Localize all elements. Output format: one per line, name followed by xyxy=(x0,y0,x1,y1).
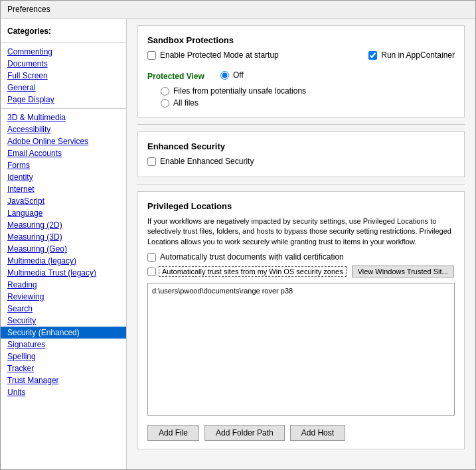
enhanced-section: Enhanced Security Enable Enhanced Securi… xyxy=(137,131,465,177)
window-title: Preferences xyxy=(7,5,50,14)
protected-view-off-label: Off xyxy=(233,70,244,80)
sidebar-item-trust-manager[interactable]: Trust Manager xyxy=(1,374,126,386)
sidebar-item-forms[interactable]: Forms xyxy=(1,159,126,171)
sidebar-item-commenting[interactable]: Commenting xyxy=(1,46,126,58)
add-host-button[interactable]: Add Host xyxy=(290,425,345,441)
sidebar-item-3d-multimedia[interactable]: 3D & Multimedia xyxy=(1,112,126,123)
protected-view-off-radio[interactable] xyxy=(220,71,229,80)
sidebar-item-email-accounts[interactable]: Email Accounts xyxy=(1,147,126,159)
enable-enhanced-label: Enable Enhanced Security xyxy=(160,157,254,166)
protected-view-unsafe-radio[interactable] xyxy=(161,87,169,96)
protected-view-off-row: Off xyxy=(220,70,244,80)
sandbox-section: Sandbox Protections Enable Protected Mod… xyxy=(137,25,465,118)
sidebar-divider-top xyxy=(1,42,126,43)
enable-protected-mode-label: Enable Protected Mode at startup xyxy=(160,50,279,60)
enable-protected-mode-checkbox[interactable] xyxy=(147,51,156,60)
enable-enhanced-checkbox[interactable] xyxy=(147,157,156,166)
sidebar-item-signatures[interactable]: Signatures xyxy=(1,339,126,351)
sidebar-item-security-enhanced[interactable]: Security (Enhanced) xyxy=(1,327,126,339)
main-panel: Sandbox Protections Enable Protected Mod… xyxy=(127,19,475,469)
run-in-appcontainer-checkbox[interactable] xyxy=(368,51,377,60)
enable-protected-mode-row: Enable Protected Mode at startup xyxy=(147,50,279,60)
sidebar-item-general[interactable]: General xyxy=(1,82,126,94)
sidebar-item-language[interactable]: Language xyxy=(1,207,126,219)
protected-view-all-label: All files xyxy=(173,98,198,108)
sidebar: Categories: Commenting Documents Full Sc… xyxy=(1,19,127,469)
enhanced-header: Enhanced Security xyxy=(147,141,455,151)
protected-view-unsafe-label: Files from potentially unsafe locations xyxy=(173,86,306,96)
sidebar-item-page-display[interactable]: Page Display xyxy=(1,94,126,106)
auto-trust-certs-label: Automatically trust documents with valid… xyxy=(160,252,344,262)
run-in-appcontainer-label: Run in AppContainer xyxy=(381,50,455,60)
auto-trust-sites-label: Automatically trust sites from my Win OS… xyxy=(159,266,347,277)
content-area: Categories: Commenting Documents Full Sc… xyxy=(1,19,475,469)
auto-trust-sites-checkbox[interactable] xyxy=(147,268,156,276)
protected-view-label: Protected View xyxy=(147,72,214,81)
auto-trust-certs-row: Automatically trust documents with valid… xyxy=(147,252,455,262)
title-bar: Preferences xyxy=(1,1,475,19)
sidebar-item-reading[interactable]: Reading xyxy=(1,279,126,291)
sidebar-item-measuring-geo[interactable]: Measuring (Geo) xyxy=(1,243,126,255)
protected-view-row: Protected View Off xyxy=(147,70,455,82)
sidebar-item-measuring-2d[interactable]: Measuring (2D) xyxy=(1,219,126,231)
list-item: d:\users\pwood\documents\range rover p38 xyxy=(151,286,451,295)
sidebar-item-documents[interactable]: Documents xyxy=(1,58,126,70)
privileged-header: Privileged Locations xyxy=(147,201,455,211)
sidebar-item-tracker[interactable]: Tracker xyxy=(1,362,126,374)
sidebar-item-reviewing[interactable]: Reviewing xyxy=(1,291,126,303)
sidebar-item-multimedia-legacy[interactable]: Multimedia (legacy) xyxy=(1,255,126,267)
sandbox-top-row: Enable Protected Mode at startup Run in … xyxy=(147,50,455,64)
sidebar-item-multimedia-trust-legacy[interactable]: Multimedia Trust (legacy) xyxy=(1,267,126,279)
sidebar-item-spelling[interactable]: Spelling xyxy=(1,351,126,362)
bottom-buttons: Add File Add Folder Path Add Host xyxy=(147,421,455,442)
view-trusted-sites-button[interactable]: View Windows Trusted Sit... xyxy=(352,266,454,277)
sidebar-item-security[interactable]: Security xyxy=(1,315,126,327)
sidebar-item-full-screen[interactable]: Full Screen xyxy=(1,70,126,82)
sidebar-item-search[interactable]: Search xyxy=(1,303,126,315)
sidebar-item-internet[interactable]: Internet xyxy=(1,183,126,195)
protected-view-all-row: All files xyxy=(161,98,455,108)
protected-view-all-radio[interactable] xyxy=(161,99,169,108)
sandbox-header: Sandbox Protections xyxy=(147,35,455,45)
divider-2 xyxy=(137,184,465,185)
protected-view-unsafe-row: Files from potentially unsafe locations xyxy=(161,86,455,96)
privileged-section: Privileged Locations If your workflows a… xyxy=(137,191,465,449)
protected-view-options: Files from potentially unsafe locations … xyxy=(161,86,455,108)
enable-enhanced-row: Enable Enhanced Security xyxy=(147,157,455,166)
sidebar-divider-2 xyxy=(1,108,126,109)
add-folder-path-button[interactable]: Add Folder Path xyxy=(204,425,285,441)
sidebar-item-identity[interactable]: Identity xyxy=(1,171,126,183)
trusted-sites-row: Automatically trust sites from my Win OS… xyxy=(147,266,455,277)
add-file-button[interactable]: Add File xyxy=(147,425,199,441)
sidebar-item-units[interactable]: Units xyxy=(1,386,126,398)
sidebar-item-javascript[interactable]: JavaScript xyxy=(1,195,126,207)
categories-label: Categories: xyxy=(1,24,126,40)
preferences-window: Preferences Categories: Commenting Docum… xyxy=(0,0,476,470)
trusted-locations-list[interactable]: d:\users\pwood\documents\range rover p38 xyxy=(147,283,455,416)
auto-trust-certs-checkbox[interactable] xyxy=(147,253,156,262)
sidebar-item-accessibility[interactable]: Accessibility xyxy=(1,123,126,135)
privileged-info-text: If your workflows are negatively impacte… xyxy=(147,216,455,247)
sidebar-item-measuring-3d[interactable]: Measuring (3D) xyxy=(1,231,126,243)
divider-1 xyxy=(137,124,465,125)
sidebar-item-adobe-online-services[interactable]: Adobe Online Services xyxy=(1,135,126,147)
run-in-appcontainer-row: Run in AppContainer xyxy=(368,50,455,60)
